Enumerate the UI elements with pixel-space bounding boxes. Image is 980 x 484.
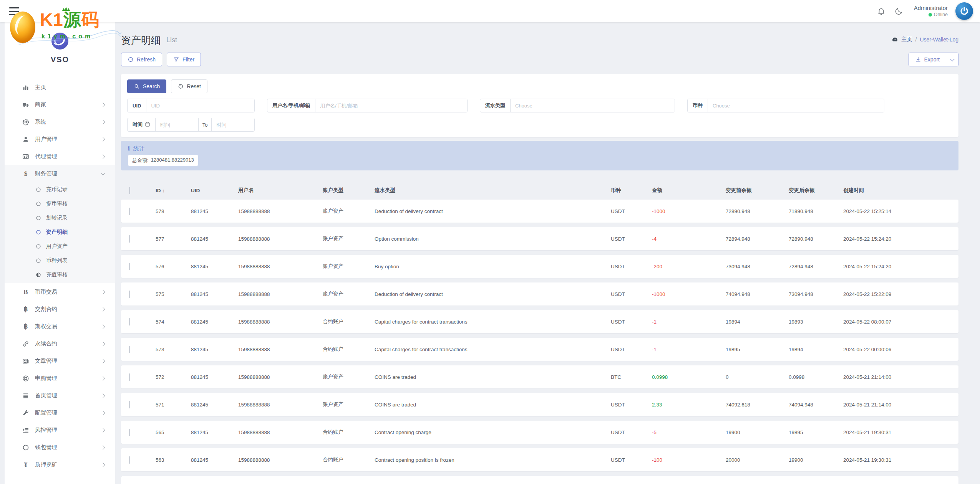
breadcrumb-home-link[interactable]: 主页 bbox=[901, 36, 912, 43]
filter-button[interactable]: Filter bbox=[167, 53, 201, 66]
notifications-bell-icon[interactable] bbox=[876, 6, 886, 16]
row-checkbox[interactable] bbox=[129, 456, 130, 464]
dark-mode-moon-icon[interactable] bbox=[894, 6, 904, 16]
hamburger-menu-icon[interactable] bbox=[9, 7, 19, 15]
cell-username: 15988888888 bbox=[238, 429, 323, 435]
sidebar-item-label: 系统 bbox=[35, 118, 46, 126]
reset-button[interactable]: Reset bbox=[171, 79, 207, 93]
sidebar-item[interactable]: 用户管理 bbox=[5, 130, 115, 148]
chevron-right-icon bbox=[101, 342, 105, 346]
search-card: Search Reset UID 用户名/手机/邮 bbox=[121, 74, 958, 137]
sidebar-subitem-label: 币种列表 bbox=[46, 257, 68, 264]
sidebar-subitem[interactable]: 资产明细 bbox=[5, 225, 115, 239]
chevron-right-icon bbox=[101, 411, 105, 415]
sidebar-item-finance[interactable]: $ 财务管理 bbox=[5, 165, 115, 182]
row-checkbox[interactable] bbox=[129, 235, 130, 243]
row-checkbox[interactable] bbox=[129, 263, 130, 270]
sidebar-subitem[interactable]: 提币审核 bbox=[5, 197, 115, 211]
sidebar-subitem-label: 用户资产 bbox=[46, 243, 68, 250]
cell-after-balance: 19894 bbox=[789, 347, 843, 352]
sidebar-item[interactable]: 主页 bbox=[5, 79, 115, 96]
time-to-label: To bbox=[198, 118, 212, 131]
row-checkbox[interactable] bbox=[129, 401, 130, 408]
filter-group: UID bbox=[127, 99, 255, 112]
cell-after-balance: 74094.948 bbox=[789, 402, 843, 408]
select-all-checkbox[interactable] bbox=[129, 187, 130, 194]
time-from-input[interactable] bbox=[156, 118, 198, 131]
sidebar-item[interactable]: 配置管理 bbox=[5, 404, 115, 421]
row-checkbox[interactable] bbox=[129, 318, 130, 325]
row-checkbox[interactable] bbox=[129, 291, 130, 298]
export-dropdown-caret[interactable] bbox=[946, 53, 958, 66]
col-header-id[interactable]: ID↑ bbox=[156, 188, 191, 193]
breadcrumb: 主页 / User-Wallet-Log bbox=[892, 36, 958, 43]
cell-flow-type: COINS are traded bbox=[375, 374, 611, 380]
cell-flow-type: Buy option bbox=[375, 264, 611, 269]
user-icon bbox=[22, 135, 30, 143]
cell-flow-type: Contract opening position is frozen bbox=[375, 457, 611, 463]
cell-flow-type: Capital charges for contract transaction… bbox=[375, 347, 611, 352]
chevron-right-icon bbox=[101, 428, 105, 432]
filter-input[interactable] bbox=[511, 99, 675, 112]
sidebar-item[interactable]: ¥ 质押挖矿 bbox=[5, 456, 115, 473]
admin-avatar[interactable] bbox=[955, 2, 973, 20]
search-button[interactable]: Search bbox=[127, 79, 166, 93]
sidebar-subitem[interactable]: 币种列表 bbox=[5, 253, 115, 268]
total-amount-pill: 总金额: 1280481.88229013 bbox=[128, 155, 198, 166]
sidebar-item[interactable]: 文章管理 bbox=[5, 352, 115, 370]
col-header-username: 用户名 bbox=[238, 187, 323, 194]
sidebar-item-label: 期权交易 bbox=[35, 323, 57, 330]
sidebar-item[interactable]: 永续合约 bbox=[5, 335, 115, 352]
sidebar-item[interactable]: 风控管理 bbox=[5, 421, 115, 439]
circle-icon bbox=[35, 187, 41, 193]
sidebar-subitem[interactable]: 充值审核 bbox=[5, 268, 115, 282]
row-checkbox[interactable] bbox=[129, 208, 130, 215]
cell-uid: 881245 bbox=[191, 374, 238, 380]
row-checkbox[interactable] bbox=[129, 373, 130, 381]
filter-input[interactable] bbox=[708, 99, 884, 112]
filter-group: 币种 bbox=[687, 99, 884, 112]
sidebar-item[interactable]: 商家 bbox=[5, 96, 115, 113]
sidebar-item-label: 永续合约 bbox=[35, 340, 57, 347]
chevron-right-icon bbox=[101, 376, 105, 380]
dollar-icon: $ bbox=[22, 170, 30, 178]
chart-bars-icon bbox=[22, 84, 30, 91]
refresh-button[interactable]: Refresh bbox=[121, 53, 162, 66]
sidebar-subitem[interactable]: 划转记录 bbox=[5, 211, 115, 225]
sidebar-item[interactable]: 钱包管理 bbox=[5, 439, 115, 456]
cell-before-balance: 19895 bbox=[726, 347, 789, 352]
wrench-icon bbox=[22, 409, 30, 417]
cell-after-balance: 73094.948 bbox=[789, 291, 843, 297]
export-button[interactable]: Export bbox=[909, 53, 946, 66]
cell-username: 15988888888 bbox=[238, 347, 323, 352]
filter-funnel-icon bbox=[173, 56, 179, 63]
sidebar-item[interactable]: 代理管理 bbox=[5, 148, 115, 165]
cell-coin: USDT bbox=[611, 319, 652, 325]
sidebar-item[interactable]: 首页管理 bbox=[5, 387, 115, 404]
cell-after-balance: 71890.948 bbox=[789, 208, 843, 214]
filter-input[interactable] bbox=[146, 99, 254, 112]
col-header-after-balance: 变更后余额 bbox=[789, 187, 843, 194]
cell-amount: 0.0998 bbox=[652, 374, 726, 380]
sidebar-item[interactable]: 系统 bbox=[5, 113, 115, 130]
sidebar-subitem[interactable]: 用户资产 bbox=[5, 239, 115, 253]
row-checkbox[interactable] bbox=[129, 346, 130, 353]
sidebar-item[interactable]: B 币币交易 bbox=[5, 283, 115, 301]
sidebar-item[interactable]: ฿ 交割合约 bbox=[5, 301, 115, 318]
time-to-input[interactable] bbox=[212, 118, 254, 131]
sidebar-subitem[interactable]: 充币记录 bbox=[5, 182, 115, 197]
row-checkbox[interactable] bbox=[129, 429, 130, 436]
export-split-button: Export bbox=[909, 53, 958, 66]
cell-after-balance: 72894.948 bbox=[789, 264, 843, 269]
cell-coin: BTC bbox=[611, 374, 652, 380]
filter-input[interactable] bbox=[315, 99, 467, 112]
sidebar-item-label: 钱包管理 bbox=[35, 444, 57, 451]
cell-account-type: 账户资产 bbox=[323, 208, 375, 215]
chevron-right-icon bbox=[101, 137, 105, 141]
cell-uid: 881245 bbox=[191, 208, 238, 214]
sidebar-item[interactable]: ฿ 期权交易 bbox=[5, 318, 115, 335]
cell-id: 572 bbox=[156, 374, 191, 380]
circle-icon bbox=[35, 258, 41, 264]
table-row: 573 881245 15988888888 合约账户 Capital char… bbox=[121, 338, 958, 361]
sidebar-item[interactable]: 申购管理 bbox=[5, 370, 115, 387]
